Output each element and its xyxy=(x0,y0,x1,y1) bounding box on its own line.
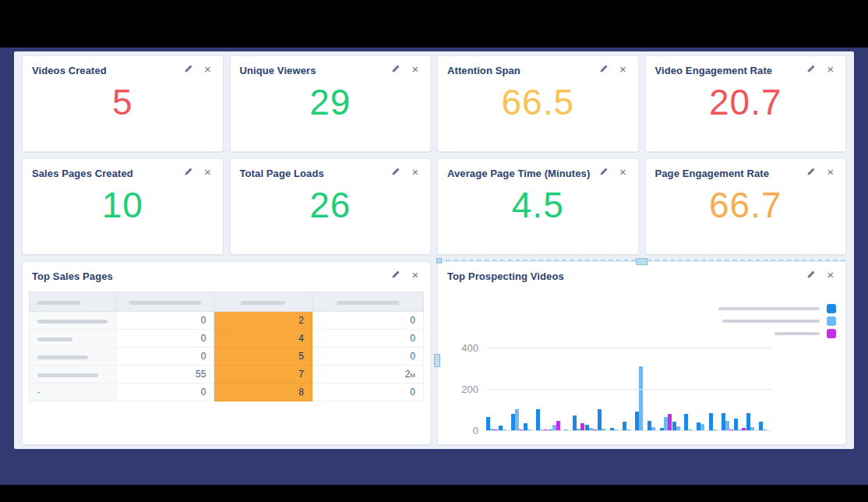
close-icon[interactable]: × xyxy=(618,63,629,74)
kpi-title: Attention Span xyxy=(447,65,520,76)
kpi-title: Video Engagement Rate xyxy=(655,65,773,76)
kpi-value: 20.7 xyxy=(646,81,846,123)
close-icon[interactable]: × xyxy=(618,166,629,177)
card-header: Attention Span × xyxy=(438,56,638,76)
value-cell: 0 xyxy=(312,312,424,330)
card-actions: × xyxy=(183,166,213,177)
close-icon[interactable]: × xyxy=(410,63,421,74)
card-header: Video Engagement Rate × xyxy=(646,56,846,76)
card-header: Top Sales Pages × xyxy=(23,262,430,282)
kpi-value: 10 xyxy=(23,184,223,226)
card-header: Average Page Time (Minutes) × xyxy=(438,159,638,179)
close-icon[interactable]: × xyxy=(203,63,213,74)
card-actions: × xyxy=(598,166,629,177)
card-actions: × xyxy=(390,166,421,177)
close-icon[interactable]: × xyxy=(825,166,836,177)
edit-pencil-icon[interactable] xyxy=(183,63,194,74)
highlighted-value-cell: 2 xyxy=(214,312,312,330)
kpi-card-videos-created: Videos Created × 5 xyxy=(22,55,224,152)
table-row: 020 xyxy=(30,312,424,330)
highlighted-value-cell: 8 xyxy=(214,384,312,401)
card-header: Sales Pages Created × xyxy=(23,159,223,179)
card-actions: × xyxy=(598,63,629,74)
bar-group[interactable] xyxy=(573,415,584,431)
gridline-400 xyxy=(486,348,771,348)
redacted-text-bar xyxy=(37,355,88,359)
edit-pencil-icon[interactable] xyxy=(390,63,401,74)
edit-pencil-icon[interactable] xyxy=(806,269,817,280)
bar-group[interactable] xyxy=(486,417,498,431)
card-header: Page Engagement Rate × xyxy=(646,159,846,179)
bar-chart-plot: 0200400 xyxy=(486,343,771,432)
kpi-card-total-page-loads: Total Page Loads × 26 xyxy=(230,158,432,255)
top-sales-pages-card: Top Sales Pages × 0200400505572m-080 xyxy=(22,261,431,445)
y-axis-tick-label: 0 xyxy=(473,425,478,437)
kpi-title: Videos Created xyxy=(32,65,107,76)
kpi-card-attention-span: Attention Span × 66.5 xyxy=(437,55,639,152)
bar-group[interactable] xyxy=(635,366,647,431)
kpi-card-sales-pages-created: Sales Pages Created × 10 xyxy=(22,158,224,255)
legend-item[interactable] xyxy=(718,304,836,313)
edit-pencil-icon[interactable] xyxy=(806,63,817,74)
letterbox-top xyxy=(0,0,868,48)
kpi-value: 4.5 xyxy=(438,184,638,226)
table-row: 5572m xyxy=(30,366,424,384)
bar-group[interactable] xyxy=(598,409,609,431)
bar-group[interactable] xyxy=(746,413,758,431)
redacted-text-bar xyxy=(337,301,399,305)
kpi-value: 29 xyxy=(231,81,431,123)
card-header: Videos Created × xyxy=(23,56,223,76)
legend-swatch-series-1 xyxy=(827,304,836,313)
close-icon[interactable]: × xyxy=(203,166,213,177)
legend-item[interactable] xyxy=(774,329,836,338)
bar-series-2 xyxy=(639,366,643,431)
card-actions: × xyxy=(806,269,836,280)
page-name-cell xyxy=(30,366,116,384)
bar-group[interactable] xyxy=(511,409,523,431)
legend-swatch-series-3 xyxy=(827,329,836,338)
edit-pencil-icon[interactable] xyxy=(598,166,609,177)
dashboard-grid: Videos Created × 5 Unique Viewers × 29 A… xyxy=(14,51,854,449)
edit-pencil-icon[interactable] xyxy=(183,166,194,177)
bar-group[interactable] xyxy=(660,414,672,431)
kpi-card-page-engagement-rate: Page Engagement Rate × 66.7 xyxy=(645,158,847,255)
highlighted-value-cell: 4 xyxy=(214,330,312,348)
redacted-text-bar xyxy=(37,373,98,377)
resize-handle-left-middle[interactable] xyxy=(434,354,440,367)
table-row: 050 xyxy=(30,348,424,366)
card-header: Unique Viewers × xyxy=(231,56,431,76)
resize-handle-top-left[interactable] xyxy=(436,258,442,263)
edit-pencil-icon[interactable] xyxy=(598,63,609,74)
kpi-card-average-page-time-minutes-: Average Page Time (Minutes) × 4.5 xyxy=(437,158,639,255)
bar-group[interactable] xyxy=(536,409,548,431)
bar-group[interactable] xyxy=(722,413,733,431)
table-card-title: Top Sales Pages xyxy=(32,270,113,282)
value-cell: 0 xyxy=(312,330,424,348)
redacted-legend-label xyxy=(718,307,820,310)
edit-pencil-icon[interactable] xyxy=(390,269,401,280)
table-header-redacted xyxy=(30,292,116,312)
edit-pencil-icon[interactable] xyxy=(806,166,817,177)
close-icon[interactable]: × xyxy=(410,269,421,280)
table-row: 040 xyxy=(30,330,424,348)
edit-pencil-icon[interactable] xyxy=(390,166,401,177)
redacted-legend-label xyxy=(774,332,820,335)
bar-group[interactable] xyxy=(734,419,746,431)
kpi-card-unique-viewers: Unique Viewers × 29 xyxy=(230,55,432,152)
bar-group[interactable] xyxy=(684,414,696,431)
close-icon[interactable]: × xyxy=(825,269,836,280)
card-actions: × xyxy=(390,269,421,280)
close-icon[interactable]: × xyxy=(410,166,421,177)
resize-handle-top-center[interactable] xyxy=(636,258,647,265)
chart-legend xyxy=(718,304,836,338)
redacted-text-bar xyxy=(37,301,80,305)
value-cell: 0 xyxy=(116,384,214,401)
kpi-title: Average Page Time (Minutes) xyxy=(447,168,590,179)
close-icon[interactable]: × xyxy=(825,63,836,74)
page-name-cell: - xyxy=(30,384,116,401)
gridline-0 xyxy=(486,430,771,431)
legend-item[interactable] xyxy=(722,316,836,326)
bar-group[interactable] xyxy=(709,413,721,431)
card-actions: × xyxy=(183,63,213,74)
chart-card-title: Top Prospecting Videos xyxy=(447,270,564,282)
